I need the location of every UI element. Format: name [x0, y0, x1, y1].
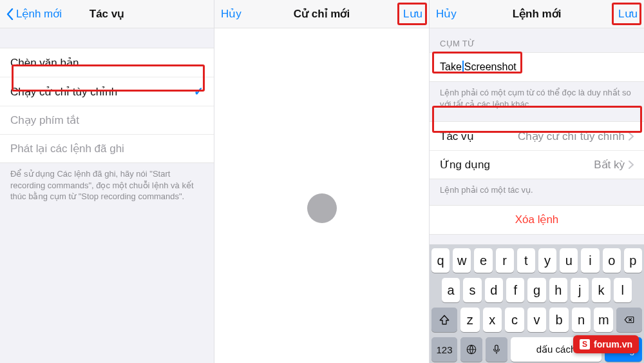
key-w[interactable]: w — [453, 248, 471, 273]
key-r[interactable]: r — [496, 248, 514, 273]
key-t[interactable]: t — [517, 248, 535, 273]
back-button[interactable]: Lệnh mới — [6, 0, 62, 28]
key-o[interactable]: o — [603, 248, 621, 273]
row-label: Tác vụ — [440, 130, 474, 143]
save-label: Lưu — [403, 7, 422, 21]
navbar: Hủy Cử chỉ mới Lưu — [214, 0, 429, 28]
globe-icon — [466, 344, 477, 355]
cancel-button[interactable]: Hủy — [221, 0, 242, 28]
phrase-note: Lệnh phải có một cụm từ có thể đọc là du… — [430, 82, 644, 110]
cancel-label: Hủy — [221, 7, 242, 21]
key-x[interactable]: x — [483, 308, 502, 332]
shift-icon — [439, 314, 450, 326]
section-header-phrase: CỤM TỪ — [430, 28, 644, 52]
keyboard-row-3: z x c v b n m — [431, 308, 642, 332]
key-l[interactable]: l — [614, 278, 632, 302]
key-globe[interactable] — [460, 337, 482, 362]
row-replay-recorded[interactable]: Phát lại các lệnh đã ghi — [0, 134, 214, 162]
watermark-text: forum.vn — [594, 339, 632, 349]
screen-new-gesture: Hủy Cử chỉ mới Lưu — [214, 0, 429, 363]
key-g[interactable]: g — [527, 278, 545, 302]
nav-title: Lệnh mới — [513, 7, 562, 21]
row-run-custom-gesture[interactable]: Chạy cử chỉ tùy chỉnh ✓ — [0, 77, 214, 106]
text-caret-icon — [462, 61, 464, 74]
key-e[interactable]: e — [474, 248, 492, 273]
checkmark-icon: ✓ — [194, 84, 204, 99]
key-k[interactable]: k — [592, 278, 610, 302]
watermark-logo-icon: S — [580, 339, 590, 349]
row-action[interactable]: Tác vụ Chạy cử chỉ tùy chỉnh — [430, 122, 644, 150]
key-z[interactable]: z — [460, 308, 480, 332]
row-application[interactable]: Ứng dụng Bất kỳ — [430, 150, 644, 179]
nav-title: Cử chỉ mới — [294, 7, 350, 21]
command-settings: Tác vụ Chạy cử chỉ tùy chỉnh Ứng dụng Bấ… — [430, 121, 644, 179]
key-p[interactable]: p — [624, 248, 642, 273]
key-c[interactable]: c — [505, 308, 524, 332]
key-dictation[interactable] — [486, 337, 507, 362]
svg-rect-1 — [495, 345, 498, 350]
key-f[interactable]: f — [506, 278, 524, 302]
row-label: Chạy phím tắt — [10, 113, 79, 127]
chevron-right-icon — [629, 132, 634, 141]
key-a[interactable]: a — [442, 278, 460, 302]
screen-actions: Lệnh mới Tác vụ Chèn văn bản Chạy cử chỉ… — [0, 0, 214, 363]
footer-note: Để sử dụng Các lệnh đã ghi, hãy nói "Sta… — [0, 163, 214, 202]
key-m[interactable]: m — [594, 308, 613, 332]
gesture-canvas[interactable] — [214, 28, 429, 363]
microphone-icon — [491, 344, 502, 355]
delete-block: Xóa lệnh — [430, 205, 644, 235]
keyboard-row-2: a s d f g h j k l — [431, 278, 642, 302]
nav-title: Tác vụ — [90, 7, 124, 21]
key-shift[interactable] — [431, 308, 457, 332]
action-note: Lệnh phải có một tác vụ. — [430, 179, 644, 196]
key-n[interactable]: n — [572, 308, 591, 332]
row-insert-text[interactable]: Chèn văn bản — [0, 48, 214, 77]
navbar: Lệnh mới Tác vụ — [0, 0, 214, 28]
key-y[interactable]: y — [538, 248, 556, 273]
row-run-shortcut[interactable]: Chạy phím tắt — [0, 106, 214, 134]
key-s[interactable]: s — [463, 278, 481, 302]
delete-command-button[interactable]: Xóa lệnh — [430, 206, 644, 234]
save-button[interactable]: Lưu — [403, 0, 422, 28]
key-h[interactable]: h — [549, 278, 567, 302]
cancel-button[interactable]: Hủy — [436, 0, 457, 28]
key-j[interactable]: j — [571, 278, 589, 302]
phrase-text-post: Screenshot — [464, 61, 516, 73]
screen-new-command: Hủy Lệnh mới Lưu CỤM TỪ Take Screenshot … — [429, 0, 644, 363]
save-button[interactable]: Lưu — [618, 0, 638, 28]
row-value: Bất kỳ — [594, 158, 625, 172]
row-label: Phát lại các lệnh đã ghi — [10, 142, 124, 155]
key-v[interactable]: v — [527, 308, 547, 332]
row-value: Chạy cử chỉ tùy chỉnh — [518, 130, 625, 143]
delete-label: Xóa lệnh — [515, 213, 559, 226]
row-label: Chèn văn bản — [10, 56, 79, 70]
back-label: Lệnh mới — [16, 7, 62, 21]
phrase-text-pre: Take — [440, 61, 462, 73]
action-list: Chèn văn bản Chạy cử chỉ tùy chỉnh ✓ Chạ… — [0, 48, 214, 163]
key-b[interactable]: b — [549, 308, 569, 332]
phrase-input[interactable]: Take Screenshot — [430, 53, 644, 81]
save-label: Lưu — [618, 7, 638, 21]
key-i[interactable]: i — [581, 248, 599, 273]
key-q[interactable]: q — [431, 248, 450, 273]
key-backspace[interactable] — [616, 308, 642, 332]
key-d[interactable]: d — [485, 278, 503, 302]
row-label: Chạy cử chỉ tùy chỉnh — [10, 85, 117, 99]
cancel-label: Hủy — [436, 7, 457, 21]
chevron-left-icon — [6, 8, 14, 20]
keyboard-row-1: q w e r t y u i o p — [431, 248, 642, 273]
navbar: Hủy Lệnh mới Lưu — [430, 0, 644, 28]
backspace-icon — [623, 314, 635, 326]
row-label: Ứng dụng — [440, 158, 490, 172]
chevron-right-icon — [629, 161, 634, 169]
watermark-badge: S forum.vn — [573, 335, 639, 353]
key-mode-123[interactable]: 123 — [431, 337, 457, 362]
key-u[interactable]: u — [560, 248, 578, 273]
touch-indicator-icon — [307, 193, 337, 223]
phrase-block: Take Screenshot — [430, 52, 644, 82]
